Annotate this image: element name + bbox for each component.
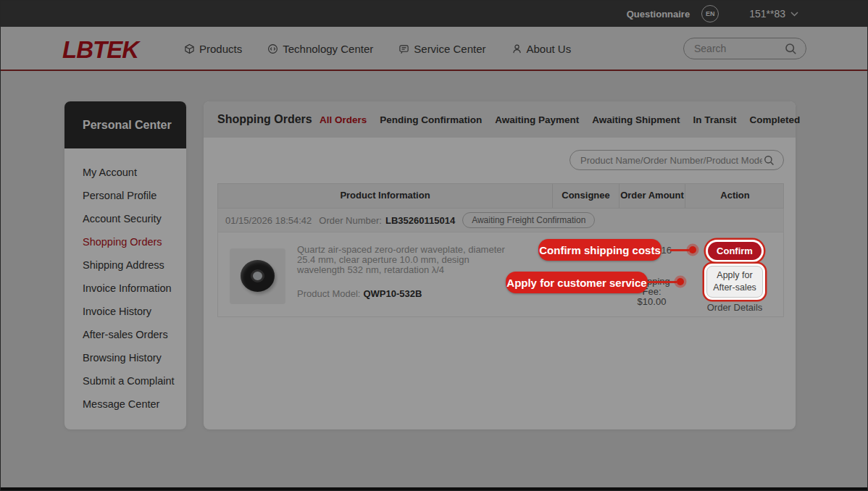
callout-confirm-shipping-costs: Confirm shipping costs xyxy=(538,239,662,261)
apply-after-sales-button[interactable]: Apply for After-sales xyxy=(706,266,763,298)
connector-dot xyxy=(689,246,696,253)
connector-line xyxy=(670,249,689,251)
page: Questionnaire EN 151**83 LBTEK Products … xyxy=(0,0,868,491)
confirm-button[interactable]: Confirm xyxy=(708,242,761,260)
connector-dot xyxy=(677,278,684,285)
connector-line xyxy=(648,281,677,283)
callout-apply-customer-service: Apply for customer service xyxy=(506,272,648,293)
